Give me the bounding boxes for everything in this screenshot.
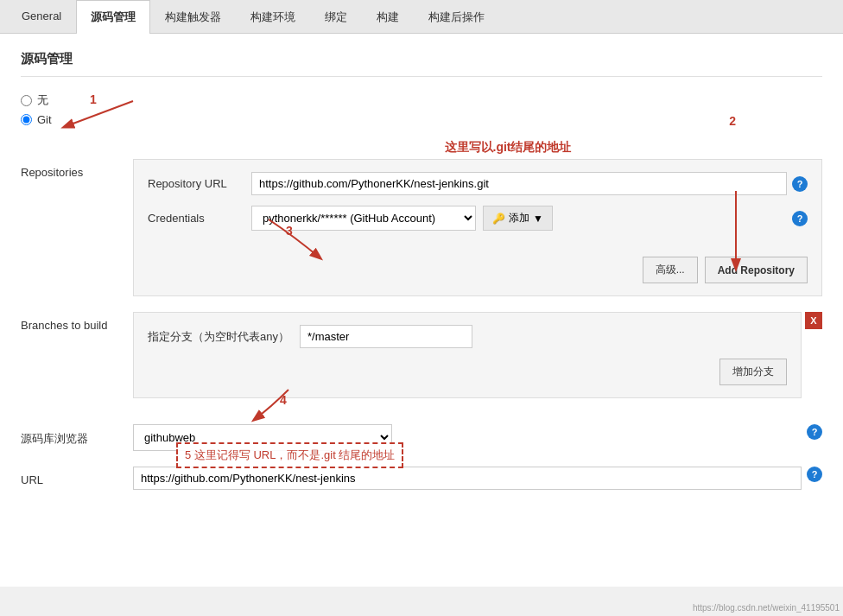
tab-post-build[interactable]: 构建后操作 — [414, 0, 499, 34]
main-content: 源码管理 无 Git 1 — [0, 34, 843, 587]
page-wrapper: General 源码管理 构建触发器 构建环境 绑定 构建 构建后操作 源码管理… — [0, 0, 843, 616]
source-browser-section: 源码库浏览器 githubweb ? URL 5 这里记得写 URL，而不是. — [21, 424, 822, 490]
credentials-label: Credentials — [148, 212, 251, 225]
repositories-label: Repositories — [21, 159, 133, 179]
branch-form-row: 指定分支（为空时代表any） — [148, 325, 787, 348]
tab-build[interactable]: 构建 — [362, 0, 414, 34]
annotation-3: 3 — [286, 224, 293, 238]
source-browser-help-icon[interactable]: ? — [807, 424, 822, 440]
hint-top: 这里写以.git结尾的地址 — [193, 140, 822, 156]
dropdown-arrow-icon: ▼ — [533, 213, 543, 225]
watermark: https://blog.csdn.net/weixin_41195501 — [693, 603, 840, 613]
branches-button-row: 增加分支 — [148, 359, 787, 385]
annotation-4: 4 — [280, 393, 287, 407]
repo-url-label: Repository URL — [148, 177, 251, 190]
add-branch-button[interactable]: 增加分支 — [719, 359, 787, 385]
tab-build-triggers[interactable]: 构建触发器 — [150, 0, 236, 34]
credentials-controls: pythonerkk/****** (GitHub Account) 🔑 添加 … — [251, 206, 787, 231]
annotation-2: 2 — [729, 114, 736, 128]
repo-url-row: Repository URL ? — [148, 172, 808, 195]
branches-content: X 指定分支（为空时代表any） 增加分支 — [133, 312, 802, 398]
remove-branch-icon[interactable]: X — [805, 312, 822, 329]
url-row: URL 5 这里记得写 URL，而不是.git 结尾的地址 ? — [21, 467, 822, 490]
x-badge-wrap: X — [802, 312, 822, 329]
radio-git-option[interactable]: Git — [21, 113, 822, 126]
source-browser-row: 源码库浏览器 githubweb ? — [21, 424, 822, 451]
page-title: 源码管理 — [21, 51, 822, 77]
repositories-content: Repository URL ? Credentials pythonerk — [133, 159, 822, 296]
add-repository-button[interactable]: Add Repository — [705, 257, 808, 283]
tab-bar: General 源码管理 构建触发器 构建环境 绑定 构建 构建后操作 — [0, 0, 843, 34]
url-input-wrap: 5 这里记得写 URL，而不是.git 结尾的地址 — [133, 467, 802, 490]
branch-field-label: 指定分支（为空时代表any） — [148, 329, 289, 345]
annotation-1: 1 — [90, 92, 97, 106]
radio-none-label: 无 — [37, 92, 48, 108]
tab-binding[interactable]: 绑定 — [310, 0, 362, 34]
radio-group: 无 Git 1 — [21, 92, 822, 126]
repo-url-input[interactable] — [251, 172, 787, 195]
branch-input[interactable] — [300, 325, 472, 348]
add-credentials-button[interactable]: 🔑 添加 ▼ — [483, 206, 553, 231]
tab-build-env[interactable]: 构建环境 — [236, 0, 310, 34]
radio-none-input[interactable] — [21, 95, 32, 106]
repositories-section: 这里写以.git结尾的地址 2 Repositories Repository … — [21, 140, 822, 296]
source-browser-label: 源码库浏览器 — [21, 424, 133, 447]
credentials-input-wrap: pythonerkk/****** (GitHub Account) 🔑 添加 … — [251, 206, 787, 231]
tab-source-management[interactable]: 源码管理 — [76, 0, 150, 34]
advanced-button[interactable]: 高级... — [643, 257, 698, 283]
branch-input-wrap — [300, 325, 787, 348]
branches-row: Branches to build X 指定分支（为空时代表any） 增加分支 — [21, 312, 822, 398]
credentials-row: Credentials pythonerkk/****** (GitHub Ac… — [148, 206, 808, 231]
key-icon: 🔑 — [492, 213, 505, 225]
repo-url-help-icon[interactable]: ? — [792, 176, 808, 192]
repo-url-input-wrap — [251, 172, 787, 195]
repo-button-row: 高级... Add Repository — [148, 257, 808, 283]
add-credentials-label: 添加 — [509, 211, 529, 225]
hint-bottom-wrap: 5 这里记得写 URL，而不是.git 结尾的地址 — [176, 442, 403, 468]
url-input[interactable] — [133, 467, 802, 490]
credentials-help-icon[interactable]: ? — [792, 211, 808, 226]
url-help-icon[interactable]: ? — [807, 467, 822, 482]
radio-none-option[interactable]: 无 — [21, 92, 822, 108]
url-label: URL — [21, 467, 133, 486]
branches-label: Branches to build — [21, 312, 133, 332]
hint-bottom: 5 这里记得写 URL，而不是.git 结尾的地址 — [176, 442, 403, 468]
radio-git-input[interactable] — [21, 114, 32, 125]
repositories-row: Repositories Repository URL ? Credential… — [21, 159, 822, 296]
tab-general[interactable]: General — [7, 0, 76, 34]
radio-git-label: Git — [37, 113, 52, 126]
branches-section: Branches to build X 指定分支（为空时代表any） 增加分支 — [21, 312, 822, 398]
credentials-select[interactable]: pythonerkk/****** (GitHub Account) — [251, 206, 476, 231]
annotation-3-wrap: 3 — [148, 241, 808, 250]
